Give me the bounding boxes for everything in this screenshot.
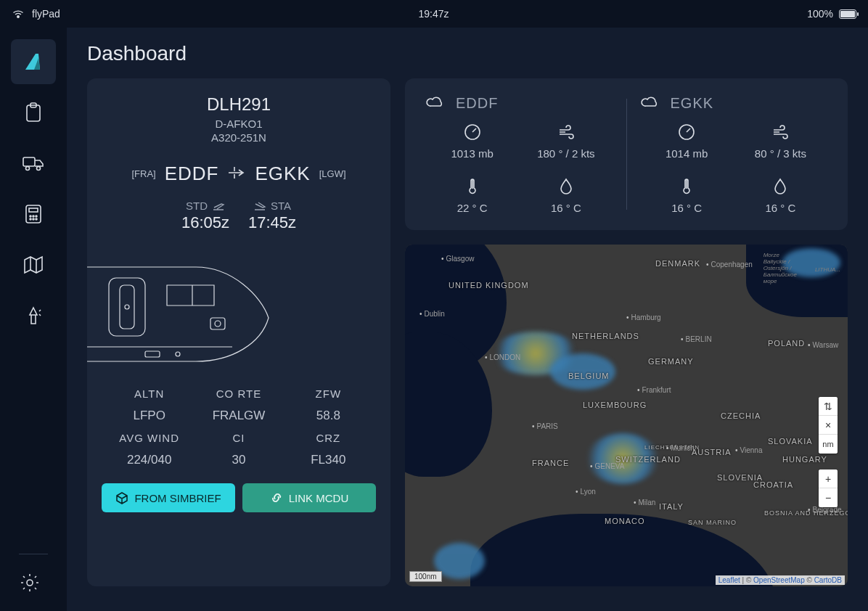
flight-number: DLH291: [87, 94, 390, 115]
calculator-icon[interactable]: [22, 203, 44, 225]
dep-icao: EDDF: [165, 163, 219, 185]
zfw-label: ZFW: [284, 387, 373, 400]
wind-icon: [557, 123, 576, 142]
map-attr-carto[interactable]: CartoDB: [814, 576, 842, 584]
airplane-icon: [227, 165, 246, 184]
map-country: SAN MARINO: [688, 519, 737, 526]
std-value: 16:05z: [181, 213, 229, 232]
registration: D-AFKO1: [87, 118, 390, 130]
app-logo[interactable]: [11, 39, 56, 84]
map-attribution: Leaflet | © OpenStreetMap © CartoDB: [716, 575, 845, 585]
map-city: Lyon: [576, 488, 596, 496]
wx-dep-dew: 16 ° C: [519, 202, 613, 214]
svg-rect-3: [23, 157, 35, 166]
wx-arr-dew: 16 ° C: [734, 202, 827, 214]
wx-dep-wind: 180 ° / 2 kts: [519, 147, 613, 160]
map-zoom-in-button[interactable]: +: [819, 469, 838, 488]
atc-icon[interactable]: [22, 305, 44, 327]
flight-card: DLH291 D-AFKO1 A320-251N [FRA] EDDF EGKK…: [87, 78, 390, 586]
altn-value: LFPO: [105, 409, 194, 423]
svg-point-17: [125, 305, 129, 309]
arr-iata: [LGW]: [319, 168, 346, 179]
clipboard-icon[interactable]: [22, 102, 44, 123]
link-mcdu-button[interactable]: LINK MCDU: [242, 483, 376, 512]
page-title: Dashboard: [87, 42, 848, 65]
sidebar: [0, 28, 67, 611]
droplet-icon: [559, 177, 573, 196]
altn-label: ALTN: [105, 387, 194, 400]
aircraft-type: A320-251N: [87, 131, 390, 144]
wind-value: 224/040: [105, 453, 194, 467]
svg-point-19: [215, 321, 221, 327]
map-city: Vienna: [735, 446, 762, 454]
wx-arr-icao: EGKK: [671, 95, 714, 112]
app-name: flyPad: [32, 8, 60, 20]
gauge-icon: [463, 123, 482, 142]
map-city: Warsaw: [808, 341, 838, 349]
map-country: NETHERLANDS: [572, 332, 639, 340]
map-city: Milan: [634, 499, 655, 507]
map-country: ITALY: [659, 502, 684, 511]
takeoff-icon: [212, 201, 225, 211]
cloud-icon: [425, 94, 446, 112]
link-icon: [270, 491, 283, 504]
map-city: Munich: [666, 444, 695, 452]
svg-point-21: [176, 352, 180, 356]
wind-icon: [771, 123, 790, 142]
sta-value: 17:45z: [248, 213, 296, 232]
map-country: UNITED KINGDOM: [449, 281, 529, 290]
wx-dep-temp: 22 ° C: [425, 202, 519, 214]
map-scale: 100nm: [409, 571, 442, 582]
from-simbrief-button[interactable]: FROM SIMBRIEF: [102, 483, 235, 512]
svg-point-0: [17, 16, 20, 18]
map-country: LUXEMBOURG: [583, 401, 647, 409]
map-country: CROATIA: [753, 480, 793, 489]
map-country: SWITZERLAND: [615, 455, 681, 464]
map-close-button[interactable]: ×: [819, 416, 838, 435]
cloud-icon: [640, 94, 660, 112]
wx-arr-temp: 16 ° C: [640, 202, 734, 214]
map-route-button[interactable]: ⇅: [819, 397, 838, 416]
std-label: STD: [186, 200, 208, 212]
map-city: BERLIN: [681, 335, 712, 343]
svg-rect-15: [109, 278, 145, 336]
map-zoom-out-button[interactable]: −: [819, 488, 838, 507]
map-icon[interactable]: [22, 254, 44, 276]
map-country: DENMARK: [655, 259, 700, 268]
thermometer-icon: [681, 177, 692, 196]
map-country: SLOVAKIA: [768, 437, 813, 446]
status-bar: flyPad 19:47z 100%: [0, 0, 868, 28]
divider: [19, 554, 48, 554]
map-country: CZECHIA: [721, 411, 761, 420]
map-attr-osm[interactable]: OpenStreetMap: [753, 576, 805, 584]
map-card[interactable]: UNITED KINGDOM NETHERLANDS GERMANY POLAN…: [405, 245, 848, 586]
battery-percent: 100%: [807, 8, 833, 20]
wx-dep-press: 1013 mb: [425, 147, 519, 160]
svg-point-5: [37, 167, 41, 171]
svg-point-11: [30, 218, 31, 220]
map-country: POLAND: [768, 339, 805, 348]
map-attr-leaflet[interactable]: Leaflet: [718, 576, 740, 584]
wx-arr-press: 1014 mb: [640, 147, 734, 160]
gauge-icon: [677, 123, 696, 142]
aircraft-nose-art: [87, 245, 276, 376]
map-city: PARIS: [532, 422, 558, 430]
crz-value: FL340: [284, 453, 373, 467]
signal-icon: [12, 9, 25, 19]
mcdu-label: LINK MCDU: [289, 492, 349, 504]
weather-card: EDDF 1013 mb 180 ° / 2 kts 22 ° C 16 ° C…: [405, 78, 848, 230]
map-city: Copenhagen: [706, 261, 753, 268]
corte-label: CO RTE: [194, 387, 283, 400]
ci-label: CI: [194, 432, 283, 444]
settings-icon[interactable]: [19, 572, 41, 594]
svg-point-4: [26, 167, 30, 171]
map-units-button[interactable]: nm: [819, 435, 838, 454]
map-country: GERMANY: [648, 357, 694, 366]
truck-icon[interactable]: [22, 152, 44, 174]
svg-rect-7: [29, 208, 38, 212]
svg-rect-16: [120, 285, 134, 329]
map-city: Glasgow: [441, 255, 474, 263]
wind-label: AVG WIND: [105, 432, 194, 444]
svg-point-10: [36, 216, 37, 217]
arr-icao: EGKK: [255, 163, 310, 185]
